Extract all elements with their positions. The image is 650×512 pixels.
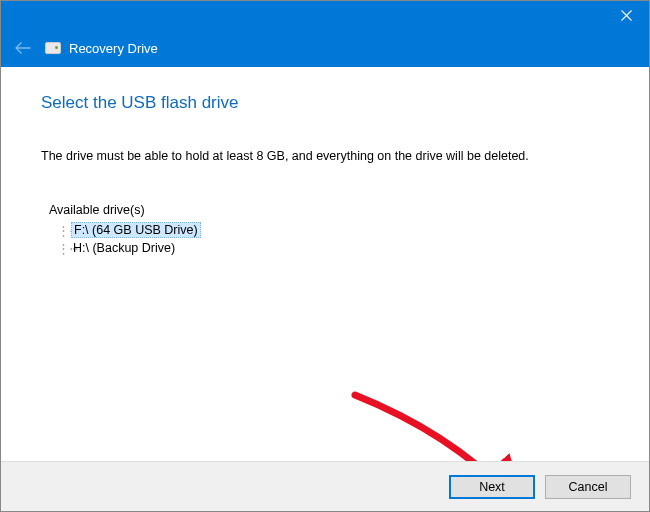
drive-tree: Available drive(s) ⋮⋯ F:\ (64 GB USB Dri… [49,203,609,257]
footer: Next Cancel [1,461,649,511]
page-description: The drive must be able to hold at least … [41,149,609,163]
next-button[interactable]: Next [449,475,535,499]
window-title: Recovery Drive [69,41,158,56]
tree-item-label: F:\ (64 GB USB Drive) [71,222,201,238]
recovery-drive-icon [45,42,61,54]
content-area: Select the USB flash drive The drive mus… [1,67,649,461]
page-heading: Select the USB flash drive [41,93,609,113]
tree-item-label: H:\ (Backup Drive) [71,241,177,255]
tree-item[interactable]: ⋮⋯ H:\ (Backup Drive) [57,239,609,257]
tree-root-label: Available drive(s) [49,203,609,217]
close-icon [621,10,632,21]
close-button[interactable] [603,1,649,29]
tree-connector-icon: ⋮⋯ [57,241,71,256]
header: Recovery Drive [1,29,649,67]
back-button[interactable] [15,42,31,54]
titlebar [1,1,649,29]
tree-item[interactable]: ⋮⋯ F:\ (64 GB USB Drive) [57,221,609,239]
tree-connector-icon: ⋮⋯ [57,223,71,238]
back-arrow-icon [15,42,31,54]
cancel-button[interactable]: Cancel [545,475,631,499]
